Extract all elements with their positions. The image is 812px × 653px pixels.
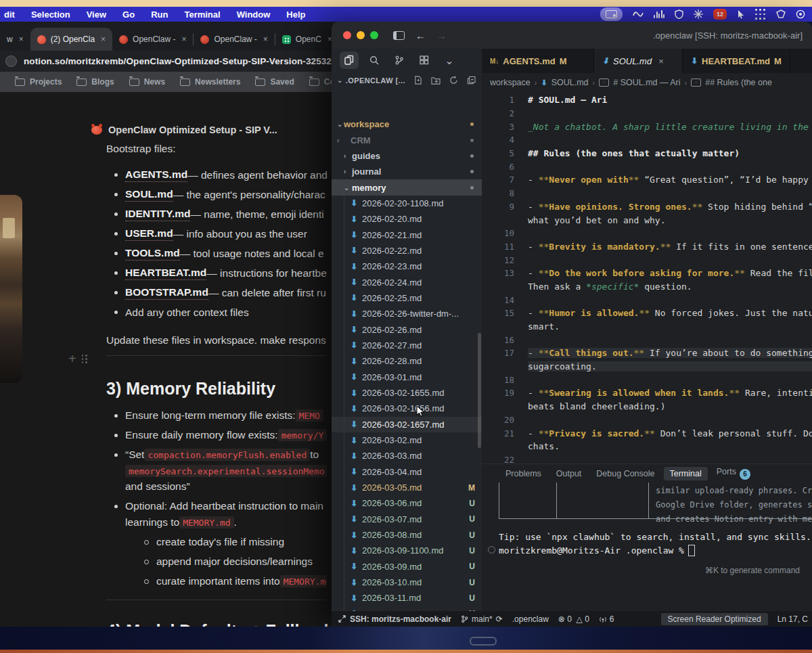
refresh-icon[interactable] (449, 76, 458, 85)
notification-badge-icon[interactable]: 12 (713, 9, 727, 20)
waveform-icon[interactable] (633, 8, 644, 20)
file-link[interactable]: TOOLS.md (125, 247, 180, 261)
folder-indicator[interactable]: .openclaw (512, 614, 549, 624)
burst-icon[interactable] (694, 8, 703, 20)
file-link[interactable]: USER.md (125, 227, 173, 241)
tree-folder-workspace[interactable]: ⌄workspace (332, 116, 482, 132)
bookmark-saved[interactable]: Saved (255, 77, 294, 87)
tree-file[interactable]: ⬇2026-03-01.md (332, 369, 482, 385)
file-link[interactable]: SOUL.md (125, 188, 173, 202)
notion-breadcrumb[interactable]: OpenClaw Optimized Setup - SIP V... (91, 125, 277, 135)
tree-file[interactable]: ⬇2026-03-10.mdU (332, 575, 482, 590)
cursor-arrow-icon[interactable] (737, 8, 745, 20)
bookmark-news[interactable]: News (129, 77, 165, 87)
tree-file[interactable]: ⬇2026-03-02.md (332, 432, 482, 448)
more-views-chevron-icon[interactable]: ⌄ (440, 51, 459, 69)
tree-folder-memory[interactable]: ⌄memory (332, 179, 482, 195)
menu-item-go[interactable]: Go (122, 9, 135, 20)
explorer-section-header[interactable]: ⌄ .OPENCLAW [... (332, 72, 482, 89)
tree-file[interactable]: ⬇2026-02-20-1108.md (332, 196, 482, 211)
browser-tab[interactable]: w× (0, 28, 30, 51)
tree-file[interactable]: ⬇2026-03-06.mdU (332, 495, 482, 511)
bookmark-newsletters[interactable]: Newsletters (180, 77, 240, 87)
toggle-sidebar-icon[interactable] (393, 31, 405, 40)
shield-icon[interactable] (675, 8, 683, 20)
tree-file[interactable]: ⬇2026-02-23.md (332, 258, 482, 274)
explorer-icon[interactable] (340, 51, 359, 69)
file-link[interactable]: HEARTBEAT.md (125, 267, 206, 280)
grid-dots-icon[interactable] (755, 8, 766, 20)
remote-indicator[interactable]: SSH: moritzs-macbook-air (338, 614, 451, 624)
tree-file[interactable]: ⬇2026-02-22.md (332, 243, 482, 258)
sync-icon[interactable]: ⟳ (496, 614, 503, 624)
screen-share-icon[interactable] (600, 7, 623, 21)
bookmark-blogs[interactable]: Blogs (76, 77, 114, 87)
maximize-window-button[interactable] (370, 31, 378, 39)
file-link[interactable]: BOOTSTRAP.md (125, 286, 208, 300)
tree-file[interactable]: ⬇2026-02-25.md (332, 290, 482, 306)
menu-item-selection[interactable]: Selection (31, 9, 70, 20)
panel-tab-problems[interactable]: Problems (499, 467, 547, 480)
search-icon[interactable] (365, 51, 384, 69)
minimize-window-button[interactable] (357, 31, 365, 39)
code-editor[interactable]: 1# SOUL.md — Ari2 3_Not a chatbot. A sha… (482, 93, 812, 480)
tree-file[interactable]: ⬇2026-03-02-1656.md (332, 401, 482, 416)
breadcrumb-item[interactable]: # SOUL.md — Ari (613, 78, 680, 87)
breadcrumb-item[interactable]: SOUL.md (551, 78, 589, 87)
cursor-position-indicator[interactable]: Ln 17, C (777, 614, 808, 624)
menu-item-view[interactable]: View (87, 9, 106, 20)
drag-handle-icon[interactable] (82, 355, 88, 363)
notion-block-controls[interactable]: + (68, 351, 88, 367)
tree-folder-crm[interactable]: ›CRM (332, 132, 482, 148)
menu-item-run[interactable]: Run (151, 9, 168, 20)
tree-file[interactable]: ⬇2026-03-09-1100.mdU (332, 543, 482, 558)
menu-item-window[interactable]: Window (237, 9, 271, 20)
browser-tab[interactable]: OpenClaw -× (112, 28, 193, 51)
back-icon[interactable]: ← (415, 30, 426, 41)
forward-icon[interactable]: → (436, 30, 447, 41)
tree-file[interactable]: ⬇2026-02-24.md (332, 274, 482, 290)
tree-file[interactable]: ⬇2026-02-26-twitter-dm-... (332, 306, 482, 321)
close-tab-icon[interactable]: × (19, 35, 24, 44)
menu-item-terminal[interactable]: Terminal (184, 9, 220, 20)
tree-file[interactable]: ⬇2026-03-03.md (332, 448, 482, 464)
tree-file[interactable]: ⬇2026-03-05.mdM (332, 480, 482, 495)
file-link[interactable]: AGENTS.md (125, 168, 187, 182)
tree-file[interactable]: ⬇2026-03-02-1655.md (332, 385, 482, 401)
tree-file[interactable]: ⬇2026-02-26.md (332, 321, 482, 337)
menu-item-dit[interactable]: dit (4, 9, 15, 20)
equalizer-icon[interactable] (654, 10, 664, 18)
tree-file[interactable]: ⬇2026-02-27.md (332, 338, 482, 353)
close-tab-icon[interactable]: × (181, 35, 186, 44)
close-tab-icon[interactable]: × (263, 35, 268, 44)
close-tab-icon[interactable]: × (101, 35, 106, 44)
tree-file[interactable]: ⬇2026-03-02-1657.md (332, 417, 482, 432)
terminal-prompt[interactable]: moritzkremb@Moritzs-Air .openclaw % (499, 545, 695, 556)
collapse-all-icon[interactable] (467, 76, 476, 85)
close-window-button[interactable] (343, 31, 351, 39)
editor-tab-heartbeat[interactable]: ⬇HEARTBEAT.mdM (683, 49, 790, 73)
screen-reader-chip[interactable]: Screen Reader Optimized (661, 613, 768, 625)
browser-tab[interactable]: (2) OpenCla× (30, 28, 112, 51)
bookmark-projects[interactable]: Projects (15, 77, 62, 87)
tree-file[interactable]: ⬇2026-02-20.md (332, 211, 482, 227)
record-icon[interactable] (796, 8, 805, 20)
breadcrumb-item[interactable]: workspace (490, 78, 531, 87)
new-folder-icon[interactable] (431, 76, 441, 85)
problems-indicator[interactable]: ⊗ 0 △ 0 (558, 614, 589, 624)
editor-tab-soul[interactable]: ⬇SOUL.md× (594, 49, 683, 73)
tree-file[interactable]: ⬇2026-03-04.md (332, 464, 482, 480)
tree-folder-guides[interactable]: ›guides (332, 148, 482, 164)
breadcrumb-item[interactable]: ## Rules (the one (705, 78, 772, 87)
close-tab-icon[interactable]: × (658, 56, 664, 66)
tree-folder-journal[interactable]: ›journal (332, 164, 482, 179)
ports-indicator[interactable]: 6 (599, 614, 614, 624)
panel-tab-terminal[interactable]: Terminal (664, 467, 708, 480)
panel-tab-ports[interactable]: Ports6 (710, 465, 757, 482)
editor-tab-agents[interactable]: M↓AGENTS.mdM (482, 49, 594, 73)
branch-indicator[interactable]: main* ⟳ (461, 614, 503, 624)
new-file-icon[interactable] (413, 76, 422, 85)
tree-file[interactable]: ⬇2026-03-08.mdU (332, 527, 482, 543)
tree-file[interactable]: ⬇2026-03-11.mdU (332, 590, 482, 606)
browser-tab[interactable]: OpenC× (275, 28, 339, 51)
